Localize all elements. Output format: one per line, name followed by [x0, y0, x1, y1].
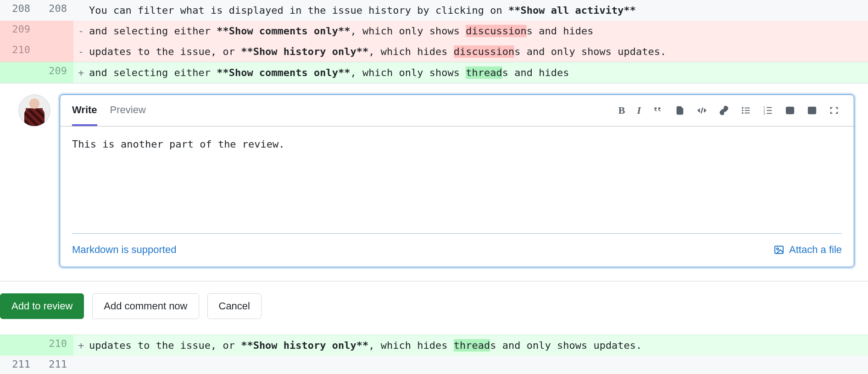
line-number-old[interactable]: [0, 335, 37, 356]
svg-point-1: [742, 107, 744, 109]
svg-point-18: [777, 248, 779, 250]
line-content: You can filter what is displayed in the …: [73, 0, 868, 21]
table-icon[interactable]: [807, 105, 817, 116]
line-number-new[interactable]: [37, 21, 73, 41]
comment-box: Write Preview B I 123: [60, 94, 854, 267]
svg-point-2: [742, 110, 744, 111]
svg-text:3: 3: [763, 112, 765, 115]
line-number-old[interactable]: 210: [0, 41, 37, 62]
line-content: +updates to the issue, or **Show history…: [73, 335, 868, 356]
editor-tabs: Write Preview B I 123: [60, 95, 854, 126]
line-content: -updates to the issue, or **Show history…: [73, 41, 868, 62]
image-icon: [773, 244, 785, 255]
diff-row: 210-updates to the issue, or **Show hist…: [0, 41, 868, 62]
line-number-old[interactable]: 209: [0, 21, 37, 41]
svg-rect-5: [745, 110, 750, 111]
line-content: [73, 356, 868, 374]
attach-file-button[interactable]: Attach a file: [773, 244, 842, 256]
diff-row: 211211: [0, 356, 868, 374]
svg-rect-11: [767, 110, 772, 111]
task-list-icon[interactable]: [785, 105, 795, 116]
link-icon[interactable]: [719, 105, 729, 116]
markdown-help-link[interactable]: Markdown is supported: [72, 244, 176, 256]
comment-actions: Add to review Add comment now Cancel: [0, 281, 868, 319]
diff-table-top: 208208 You can filter what is displayed …: [0, 0, 868, 83]
diff-row: 209+and selecting either **Show comments…: [0, 62, 868, 83]
line-number-old[interactable]: 208: [0, 0, 37, 21]
svg-line-0: [701, 108, 703, 114]
numbered-list-icon[interactable]: 123: [763, 105, 773, 116]
diff-row: 208208 You can filter what is displayed …: [0, 0, 868, 21]
italic-icon[interactable]: I: [637, 104, 641, 116]
fullscreen-icon[interactable]: [829, 105, 839, 116]
quote-icon[interactable]: [653, 104, 663, 115]
cancel-button[interactable]: Cancel: [207, 293, 262, 319]
line-number-new[interactable]: 209: [37, 62, 73, 83]
line-number-new[interactable]: [37, 41, 73, 62]
line-number-old[interactable]: 211: [0, 356, 37, 374]
diff-row: 209-and selecting either **Show comments…: [0, 21, 868, 41]
bold-icon[interactable]: B: [618, 104, 625, 116]
add-comment-now-button[interactable]: Add comment now: [92, 293, 199, 319]
svg-rect-6: [745, 113, 750, 114]
svg-rect-10: [767, 107, 772, 108]
line-content: +and selecting either **Show comments on…: [73, 62, 868, 83]
tab-write[interactable]: Write: [72, 95, 97, 126]
line-content: -and selecting either **Show comments on…: [73, 21, 868, 41]
line-number-new[interactable]: 210: [37, 335, 73, 356]
line-number-new[interactable]: 211: [37, 356, 73, 374]
diff-table-bottom: 210+updates to the issue, or **Show hist…: [0, 335, 868, 374]
attach-file-label: Attach a file: [789, 244, 842, 256]
svg-rect-17: [775, 246, 783, 253]
svg-rect-4: [745, 108, 750, 109]
editor-toolbar: B I 123: [618, 104, 842, 116]
svg-point-3: [742, 112, 744, 114]
code-icon[interactable]: [697, 105, 707, 116]
line-number-old[interactable]: [0, 62, 37, 83]
diff-row: 210+updates to the issue, or **Show hist…: [0, 335, 868, 356]
add-to-review-button[interactable]: Add to review: [0, 293, 84, 319]
avatar: [18, 94, 50, 126]
line-number-new[interactable]: 208: [37, 0, 73, 21]
tab-preview[interactable]: Preview: [110, 95, 146, 126]
comment-textarea[interactable]: [72, 137, 842, 228]
code-file-icon[interactable]: [675, 105, 685, 116]
svg-rect-12: [767, 113, 772, 114]
bullet-list-icon[interactable]: [741, 105, 751, 116]
inline-comment-form: Write Preview B I 123: [0, 83, 868, 281]
